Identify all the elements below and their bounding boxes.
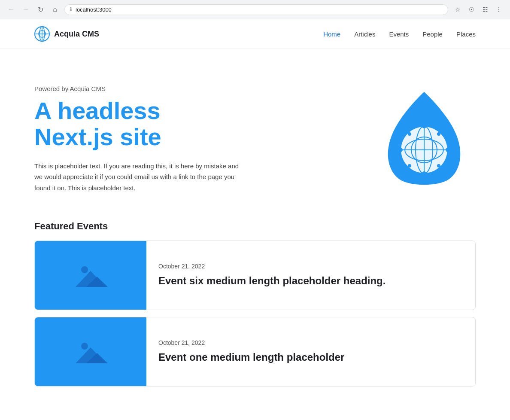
hero-image — [373, 83, 476, 195]
hero-description: This is placeholder text. If you are rea… — [34, 161, 240, 194]
nav-events[interactable]: Events — [389, 30, 409, 38]
browser-chrome: ← → ↻ ⌂ ℹ localhost:3000 ☆ ☉ ☷ ⋮ — [0, 0, 510, 19]
svg-point-19 — [437, 164, 440, 167]
hero-subtitle: Powered by Acquia CMS — [34, 85, 240, 92]
event-card-1-date: October 21, 2022 — [158, 263, 386, 270]
event-card-1[interactable]: October 21, 2022 Event six medium length… — [34, 240, 476, 310]
home-button[interactable]: ⌂ — [49, 3, 61, 15]
event-card-2[interactable]: October 21, 2022 Event one medium length… — [34, 317, 476, 387]
svg-point-15 — [422, 171, 426, 176]
event-card-1-content: October 21, 2022 Event six medium length… — [146, 241, 398, 310]
hero-content: Powered by Acquia CMS A headless Next.js… — [34, 85, 240, 194]
featured-events-title: Featured Events — [34, 221, 476, 232]
extensions-button[interactable]: ☷ — [479, 3, 491, 15]
site-logo[interactable]: Acquia CMS — [34, 26, 99, 42]
site-header: Acquia CMS Home Articles Events People P… — [0, 19, 510, 49]
hero-title: A headless Next.js site — [34, 97, 240, 150]
forward-button[interactable]: → — [20, 3, 32, 15]
site-nav: Home Articles Events People Places — [323, 30, 476, 38]
svg-point-13 — [398, 148, 403, 152]
nav-articles[interactable]: Articles — [354, 30, 375, 38]
menu-button[interactable]: ⋮ — [493, 3, 505, 15]
browser-nav-buttons: ← → ↻ ⌂ — [5, 3, 61, 15]
event-card-1-image — [35, 241, 146, 310]
shield-button[interactable]: ☉ — [465, 3, 477, 15]
nav-home[interactable]: Home — [323, 30, 340, 38]
svg-point-14 — [446, 148, 450, 152]
reload-button[interactable]: ↻ — [34, 3, 46, 15]
url-text: localhost:3000 — [76, 6, 112, 13]
hero-section: Powered by Acquia CMS A headless Next.js… — [0, 49, 510, 221]
nav-places[interactable]: Places — [456, 30, 476, 38]
logo-text: Acquia CMS — [54, 30, 99, 39]
svg-point-20 — [81, 266, 88, 273]
hero-title-line2: Next.js site — [34, 123, 161, 150]
svg-point-16 — [408, 132, 411, 136]
logo-icon — [34, 26, 50, 42]
event-card-2-title: Event one medium length placeholder — [158, 350, 344, 364]
event-card-2-content: October 21, 2022 Event one medium length… — [146, 317, 356, 386]
bookmark-button[interactable]: ☆ — [452, 3, 464, 15]
event-card-2-date: October 21, 2022 — [158, 339, 344, 346]
event-card-1-title: Event six medium length placeholder head… — [158, 274, 386, 287]
drupal-drop-icon — [377, 88, 471, 191]
back-button[interactable]: ← — [5, 3, 17, 15]
svg-point-17 — [437, 132, 440, 136]
image-placeholder-icon-2 — [73, 337, 108, 367]
browser-actions: ☆ ☉ ☷ ⋮ — [452, 3, 505, 15]
event-card-2-image — [35, 317, 146, 386]
image-placeholder-icon — [73, 260, 108, 290]
security-icon: ℹ — [70, 6, 72, 12]
svg-point-23 — [81, 343, 88, 350]
featured-events-section: Featured Events October 21, 2022 Event s… — [0, 221, 510, 411]
hero-title-line1: A headless — [34, 97, 161, 124]
svg-point-12 — [422, 124, 426, 128]
nav-people[interactable]: People — [422, 30, 443, 38]
svg-point-18 — [408, 164, 411, 167]
address-bar[interactable]: ℹ localhost:3000 — [64, 4, 448, 15]
